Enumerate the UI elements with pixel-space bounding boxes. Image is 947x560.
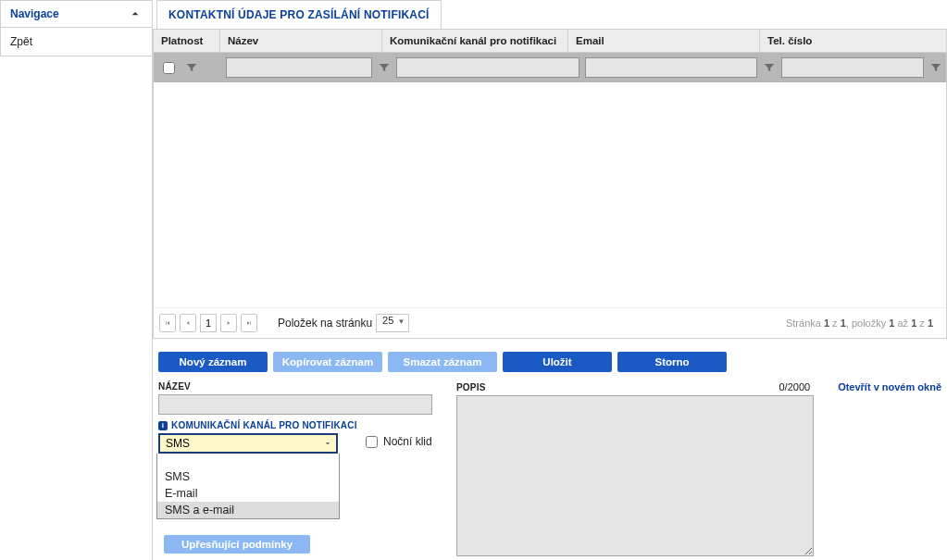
filter-nazev[interactable] [226,57,372,78]
popis-textarea[interactable] [456,395,814,556]
delete-record-button[interactable]: Smazat záznam [388,352,497,372]
nav-back[interactable]: Zpět [0,28,152,56]
option-email[interactable]: E-mail [157,485,339,502]
pager-page-input[interactable] [200,314,217,332]
new-record-button[interactable]: Nový záznam [158,352,268,372]
nocni-klid-checkbox[interactable] [366,436,378,448]
filter-icon[interactable] [185,61,198,74]
upresnujici-button[interactable]: Upřesňující podmínky [164,535,310,554]
popis-counter: 0/2000 [779,381,810,392]
option-sms-email[interactable]: SMS a e-mail [157,502,339,518]
table-body-empty [154,82,946,307]
filter-kanal[interactable] [396,57,579,78]
nazev-input[interactable] [158,394,432,415]
per-page-select[interactable]: 25 [376,314,409,332]
chevron-up-icon [128,6,143,21]
kanal-dropdown: SMS E-mail SMS a e-mail [156,454,340,519]
per-page-label: Položek na stránku [278,317,372,330]
select-all-checkbox[interactable] [163,62,175,74]
nav-back-label: Zpět [10,35,32,48]
popis-label: POPIS [456,382,486,392]
nav-header[interactable]: Navigace [0,0,152,28]
filter-icon[interactable] [763,61,776,74]
save-button[interactable]: Uložit [503,352,612,372]
nav-title: Navigace [10,7,59,20]
filter-tel[interactable] [781,57,924,78]
table-header-row: Platnost Název Komunikační kanál pro not… [154,30,946,53]
cancel-button[interactable]: Storno [617,352,727,372]
nocni-klid-label: Noční klid [383,435,432,448]
filter-icon[interactable] [378,61,391,74]
kanal-combobox[interactable] [158,433,338,454]
th-platnost[interactable]: Platnost [154,30,220,52]
th-email[interactable]: Email [568,30,760,52]
pager-prev-button[interactable] [180,314,196,332]
combobox-toggle[interactable] [319,435,336,452]
chevron-down-icon [323,439,332,448]
tab-title: KONTAKTNÍ ÚDAJE PRO ZASÍLÁNÍ NOTIFIKACÍ [168,8,430,21]
th-kanal[interactable]: Komunikační kanál pro notifikaci [382,30,568,52]
pager-first-button[interactable] [159,314,176,332]
open-new-window-link[interactable]: Otevřít v novém okně [838,381,941,392]
filter-row [154,53,946,82]
filter-icon[interactable] [929,61,942,74]
tab-contacts[interactable]: KONTAKTNÍ ÚDAJE PRO ZASÍLÁNÍ NOTIFIKACÍ [156,0,442,29]
pager-next-button[interactable] [220,314,237,332]
th-tel[interactable]: Tel. číslo [760,30,946,52]
option-sms[interactable]: SMS [157,468,339,485]
per-page-value: 25 [382,315,393,326]
pager-last-button[interactable] [241,314,257,332]
pager-info: Stránka 1 z 1, položky 1 až 1 z 1 [786,317,941,329]
th-nazev[interactable]: Název [220,30,382,52]
copy-record-button[interactable]: Kopírovat záznam [273,352,382,372]
nazev-label: NÁZEV [158,381,436,392]
filter-email[interactable] [585,57,757,78]
kanal-label: i KOMUNIKAČNÍ KANÁL PRO NOTIFIKACI [158,420,436,430]
info-icon: i [158,421,168,430]
